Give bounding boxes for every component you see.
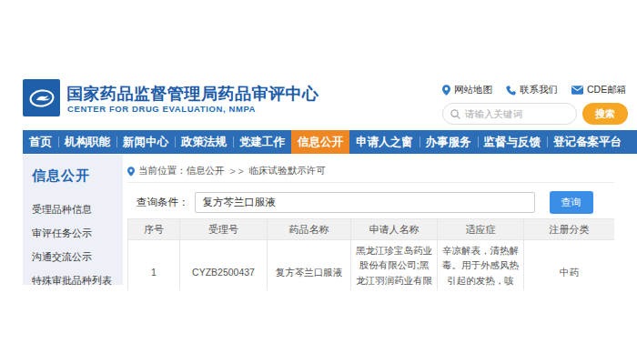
site-title: 国家药品监督管理局药品审评中心 (66, 83, 319, 105)
query-condition-input[interactable] (195, 192, 535, 213)
query-form: 查询条件： 查询 (136, 191, 614, 214)
nav-item-home[interactable]: 首页 (23, 130, 58, 154)
col-header-acceptance-no: 受理号 (180, 219, 268, 240)
panel-divider (127, 182, 614, 183)
site-map-label: 网站地图 (454, 84, 492, 96)
cell-applicant: 黑龙江珍宝岛药业股份有限公司;黑龙江羽润药业有限责任公司 (351, 240, 438, 291)
table-row: 1 CYZB2500437 复方芩兰口服液 黑龙江珍宝岛药业股份有限公司;黑龙江… (128, 240, 615, 291)
contact-us-link[interactable]: 联系我们 (506, 84, 558, 96)
breadcrumb-current-page: 临床试验默示许可 (249, 165, 326, 177)
results-table-wrap: 序号 受理号 药品名称 申请人名称 适应症 注册分类 1 CYZB2500437… (127, 218, 614, 290)
nav-item-registration-platform[interactable]: 登记备案平台 (547, 130, 628, 154)
cell-indication: 辛凉解表，清热解毒。用于外感风热引起的发热，咳嗽，咽痛。 (438, 240, 524, 291)
table-header-row: 序号 受理号 药品名称 申请人名称 适应症 注册分类 (128, 219, 615, 240)
page: 国家药品监督管理局药品审评中心 CENTER FOR DRUG EVALUATI… (0, 0, 637, 364)
sidebar-menu: 受理品种信息 审评任务公示 沟通交流公示 特殊审批品种列表 (32, 197, 123, 292)
cell-acceptance-no: CYZB2500437 (180, 240, 268, 291)
search-icon (450, 109, 460, 119)
nav-item-news[interactable]: 新闻中心 (116, 130, 175, 154)
results-table: 序号 受理号 药品名称 申请人名称 适应症 注册分类 1 CYZB2500437… (127, 218, 614, 290)
sidebar: 信息公开 受理品种信息 审评任务公示 沟通交流公示 特殊审批品种列表 (23, 155, 123, 285)
sidebar-item-accepted-varieties[interactable]: 受理品种信息 (32, 197, 123, 221)
nav-item-services[interactable]: 办事服务 (420, 130, 478, 154)
col-header-drug-name: 药品名称 (268, 219, 351, 240)
nav-item-functions[interactable]: 机构职能 (58, 130, 116, 154)
search-field-wrap (442, 103, 577, 125)
breadcrumb-pin-icon (127, 167, 135, 177)
nav-item-information-disclosure[interactable]: 信息公开 (291, 130, 349, 154)
nav-item-supervision-feedback[interactable]: 监督与反馈 (478, 130, 548, 154)
breadcrumb-current-section[interactable]: 当前位置：信息公开 (138, 165, 225, 177)
site-map-link[interactable]: 网站地图 (442, 84, 492, 96)
cde-mailbox-link[interactable]: CDE邮箱 (571, 84, 626, 96)
cell-drug-name: 复方芩兰口服液 (268, 240, 351, 291)
main-nav: 首页 机构职能 新闻中心 政策法规 党建工作 信息公开 申请人之窗 办事服务 监… (23, 130, 637, 154)
query-condition-label: 查询条件： (136, 196, 189, 209)
sidebar-title: 信息公开 (32, 167, 123, 185)
sidebar-item-review-tasks[interactable]: 审评任务公示 (32, 221, 123, 245)
cell-seq: 1 (128, 240, 180, 291)
mail-icon (571, 86, 583, 95)
swan-logo-icon (27, 84, 56, 113)
nav-item-applicant-window[interactable]: 申请人之窗 (349, 130, 420, 154)
col-header-indication: 适应症 (438, 219, 524, 240)
search-button[interactable]: 搜索 (582, 103, 628, 125)
header-quick-links: 网站地图 联系我们 CDE邮箱 (442, 84, 624, 96)
nav-item-party-building[interactable]: 党建工作 (233, 130, 291, 154)
site-subtitle: CENTER FOR DRUG EVALUATION, NMPA (67, 104, 256, 114)
header-search: 搜索 (442, 103, 628, 125)
sidebar-item-special-approval-list[interactable]: 特殊审批品种列表 (32, 268, 123, 292)
phone-icon (506, 86, 516, 96)
col-header-registration-category: 注册分类 (524, 219, 615, 240)
col-header-seq: 序号 (128, 219, 180, 240)
col-header-applicant: 申请人名称 (351, 219, 438, 240)
nav-item-policies[interactable]: 政策法规 (175, 130, 233, 154)
breadcrumb-separator: > > (230, 166, 244, 177)
breadcrumb: 当前位置：信息公开 > > 临床试验默示许可 (127, 165, 326, 177)
location-pin-icon (442, 85, 450, 96)
cde-logo[interactable] (23, 79, 60, 116)
keyword-search-input[interactable] (465, 108, 565, 119)
sidebar-item-communication[interactable]: 沟通交流公示 (32, 245, 123, 268)
cde-mailbox-label: CDE邮箱 (587, 84, 626, 96)
query-button[interactable]: 查询 (550, 191, 593, 214)
cell-registration-category: 中药 (524, 240, 615, 291)
contact-us-label: 联系我们 (520, 84, 558, 96)
